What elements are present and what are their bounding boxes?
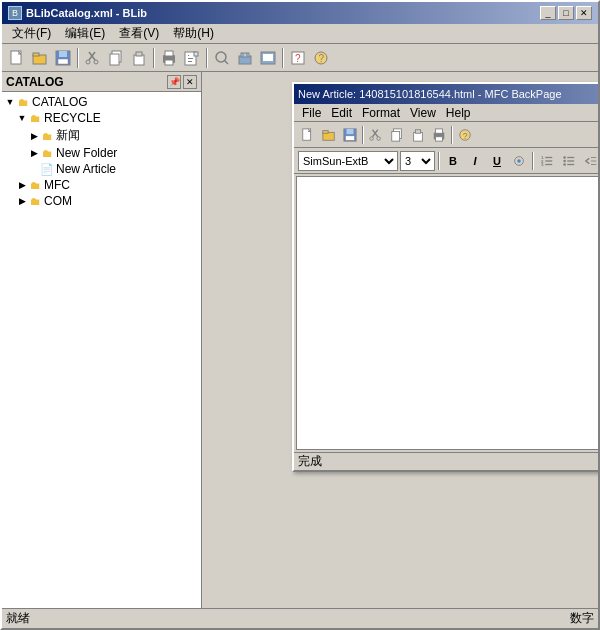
svg-point-9 bbox=[94, 60, 98, 64]
inner-help-btn[interactable]: ? bbox=[455, 125, 475, 145]
inner-menu-edit[interactable]: Edit bbox=[327, 106, 356, 120]
toolbar-btn-5[interactable] bbox=[211, 47, 233, 69]
maximize-button[interactable]: □ bbox=[558, 6, 574, 20]
inner-cut-btn[interactable] bbox=[366, 125, 386, 145]
inner-menu-file[interactable]: File bbox=[298, 106, 325, 120]
expander-news[interactable]: ▶ bbox=[28, 130, 40, 142]
inner-status-left: 完成 bbox=[298, 453, 322, 470]
inner-status-bar: 完成 WEB VIE bbox=[294, 452, 598, 470]
italic-btn[interactable]: I bbox=[465, 151, 485, 171]
editor-area[interactable] bbox=[296, 176, 598, 450]
menu-help[interactable]: 帮助(H) bbox=[167, 24, 220, 43]
folder-icon-new-folder: 🖿 bbox=[40, 146, 54, 160]
tree-label-new-article: New Article bbox=[56, 162, 116, 176]
inner-menu-help[interactable]: Help bbox=[442, 106, 475, 120]
tree-item-news[interactable]: ▶ 🖿 新闻 bbox=[4, 126, 199, 145]
inner-new-btn[interactable] bbox=[298, 125, 318, 145]
toolbar-btn-6[interactable] bbox=[234, 47, 256, 69]
tree-label-news: 新闻 bbox=[56, 127, 80, 144]
outer-title-bar: B BLibCatalog.xml - BLib _ □ ✕ bbox=[2, 2, 598, 24]
decrease-indent-btn[interactable] bbox=[581, 151, 598, 171]
inner-copy-btn[interactable] bbox=[387, 125, 407, 145]
preview-toolbar-btn[interactable] bbox=[181, 47, 203, 69]
left-panel: CATALOG 📌 ✕ ▼ 🖿 CATALOG ▼ 🖿 bbox=[2, 72, 202, 608]
paste-toolbar-btn[interactable] bbox=[128, 47, 150, 69]
svg-rect-2 bbox=[33, 53, 39, 56]
svg-rect-36 bbox=[323, 130, 328, 133]
ol-btn[interactable]: 1.2.3. bbox=[537, 151, 557, 171]
inner-sep-2 bbox=[451, 126, 453, 144]
right-panel: New Article: 140815101816544.html - MFC … bbox=[202, 72, 598, 608]
inner-menu-view[interactable]: View bbox=[406, 106, 440, 120]
status-bar: 就绪 数字 bbox=[2, 608, 598, 628]
svg-text:?: ? bbox=[463, 130, 468, 140]
svg-text:3.: 3. bbox=[541, 162, 545, 167]
format-toolbar: SimSun-ExtB 3 1 2 4 5 6 B I U bbox=[294, 148, 598, 174]
inner-menu-bar: File Edit Format View Help bbox=[294, 104, 598, 122]
expander-recycle[interactable]: ▼ bbox=[16, 112, 28, 124]
outer-toolbar: ? ? bbox=[2, 44, 598, 72]
expander-mfc[interactable]: ▶ bbox=[16, 179, 28, 191]
separator-4 bbox=[282, 48, 284, 68]
help-toolbar-btn[interactable]: ? bbox=[310, 47, 332, 69]
svg-rect-29 bbox=[263, 54, 273, 61]
font-select[interactable]: SimSun-ExtB bbox=[298, 151, 398, 171]
bold-btn[interactable]: B bbox=[443, 151, 463, 171]
copy-toolbar-btn[interactable] bbox=[105, 47, 127, 69]
svg-rect-38 bbox=[347, 128, 354, 133]
svg-rect-49 bbox=[436, 128, 443, 132]
inner-open-btn[interactable] bbox=[319, 125, 339, 145]
expander-com[interactable]: ▶ bbox=[16, 195, 28, 207]
inner-print-btn[interactable] bbox=[429, 125, 449, 145]
tree-item-new-folder[interactable]: ▶ 🖿 New Folder bbox=[4, 145, 199, 161]
status-right: 数字 bbox=[570, 610, 594, 627]
separator-3 bbox=[206, 48, 208, 68]
svg-rect-16 bbox=[165, 60, 173, 65]
tree-item-mfc[interactable]: ▶ 🖿 MFC bbox=[4, 177, 199, 193]
underline-btn[interactable]: U bbox=[487, 151, 507, 171]
inner-sep-1 bbox=[362, 126, 364, 144]
new-toolbar-btn[interactable] bbox=[6, 47, 28, 69]
tree-item-recycle[interactable]: ▼ 🖿 RECYCLE bbox=[4, 110, 199, 126]
cut-toolbar-btn[interactable] bbox=[82, 47, 104, 69]
menu-edit[interactable]: 编辑(E) bbox=[59, 24, 111, 43]
inner-save-btn[interactable] bbox=[340, 125, 360, 145]
minimize-button[interactable]: _ bbox=[540, 6, 556, 20]
tree-label-recycle: RECYCLE bbox=[44, 111, 101, 125]
print-toolbar-btn[interactable] bbox=[158, 47, 180, 69]
svg-point-66 bbox=[563, 163, 566, 166]
size-select[interactable]: 3 1 2 4 5 6 bbox=[400, 151, 435, 171]
expander-catalog[interactable]: ▼ bbox=[4, 96, 16, 108]
status-left: 就绪 bbox=[6, 610, 570, 627]
tree-label-mfc: MFC bbox=[44, 178, 70, 192]
menu-view[interactable]: 查看(V) bbox=[113, 24, 165, 43]
tree-item-new-article[interactable]: 📄 New Article bbox=[4, 161, 199, 177]
inner-menu-format[interactable]: Format bbox=[358, 106, 404, 120]
panel-header: CATALOG 📌 ✕ bbox=[2, 72, 201, 92]
close-button[interactable]: ✕ bbox=[576, 6, 592, 20]
folder-icon-recycle: 🖿 bbox=[28, 111, 42, 125]
svg-line-23 bbox=[224, 60, 228, 64]
inner-paste-btn[interactable] bbox=[408, 125, 428, 145]
folder-icon-com: 🖿 bbox=[28, 194, 42, 208]
tree-item-com[interactable]: ▶ 🖿 COM bbox=[4, 193, 199, 209]
ul-btn[interactable] bbox=[559, 151, 579, 171]
inner-title-bar: New Article: 140815101816544.html - MFC … bbox=[294, 84, 598, 104]
svg-rect-25 bbox=[241, 53, 249, 57]
menu-file[interactable]: 文件(F) bbox=[6, 24, 57, 43]
toolbar-btn-7[interactable] bbox=[257, 47, 279, 69]
panel-close-btn[interactable]: ✕ bbox=[183, 75, 197, 89]
panel-pin-btn[interactable]: 📌 bbox=[167, 75, 181, 89]
svg-rect-5 bbox=[58, 59, 68, 64]
doc-icon-new-article: 📄 bbox=[40, 162, 54, 176]
inner-window: New Article: 140815101816544.html - MFC … bbox=[292, 82, 598, 472]
open-toolbar-btn[interactable] bbox=[29, 47, 51, 69]
color-btn[interactable] bbox=[509, 151, 529, 171]
svg-rect-13 bbox=[136, 52, 142, 56]
expander-new-folder[interactable]: ▶ bbox=[28, 147, 40, 159]
save-toolbar-btn[interactable] bbox=[52, 47, 74, 69]
svg-point-42 bbox=[370, 136, 374, 140]
svg-rect-15 bbox=[165, 51, 173, 56]
tree-item-catalog-root[interactable]: ▼ 🖿 CATALOG bbox=[4, 94, 199, 110]
toolbar-btn-8[interactable]: ? bbox=[287, 47, 309, 69]
